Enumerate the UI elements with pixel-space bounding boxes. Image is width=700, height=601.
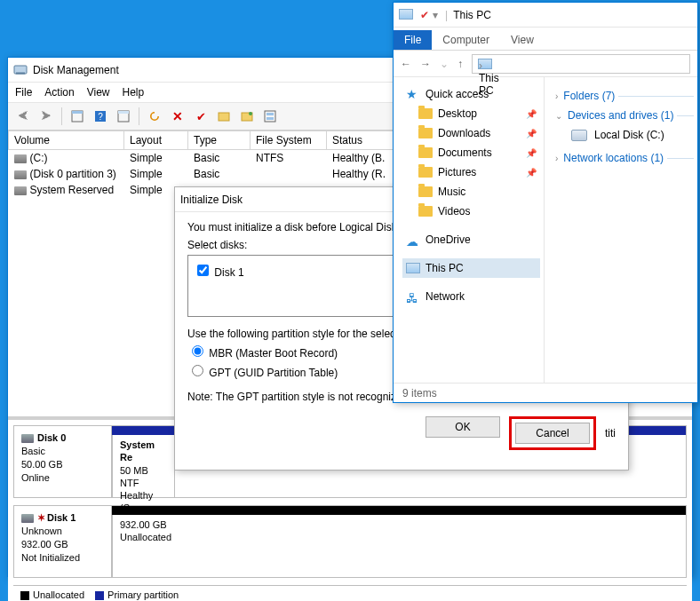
col-type[interactable]: Type: [188, 131, 251, 150]
address-bar: ← → ⌄ ↑ › This PC: [394, 51, 697, 77]
toolbar-delete-button[interactable]: ✕: [168, 107, 187, 126]
nav-back-icon[interactable]: ←: [401, 58, 411, 70]
nav-label: Videos: [438, 205, 470, 217]
nav-pictures[interactable]: Pictures📌: [402, 162, 540, 182]
cell: Simple: [124, 166, 188, 182]
legend-swatch-unallocated: [20, 591, 29, 600]
nav-label: Music: [438, 186, 465, 198]
menu-view[interactable]: View: [87, 86, 110, 99]
menu-action[interactable]: Action: [44, 86, 74, 99]
group-devices[interactable]: ⌄Devices and drives (1): [555, 109, 694, 122]
col-volume[interactable]: Volume: [9, 131, 124, 150]
qat-check-icon[interactable]: ✔: [420, 9, 429, 21]
toolbar-refresh-button[interactable]: [145, 107, 164, 126]
svg-rect-11: [265, 111, 275, 122]
nav-downloads[interactable]: Downloads📌: [402, 123, 540, 143]
toolbar-show-hide-button[interactable]: [68, 107, 87, 126]
volume-name: System Reserved: [30, 184, 115, 196]
mbr-radio[interactable]: [192, 345, 203, 357]
disk-size: 932.00 GB: [21, 538, 104, 551]
svg-rect-3: [72, 111, 83, 114]
drive-item[interactable]: Local Disk (C:): [555, 125, 694, 145]
disk-name: Disk 0: [37, 432, 66, 443]
drive-icon: [571, 130, 587, 141]
svg-rect-13: [266, 117, 274, 120]
cloud-icon: ☁: [406, 234, 420, 245]
group-label: Devices and drives (1): [568, 109, 673, 122]
chevron-right-icon: ›: [555, 154, 558, 163]
disk0-header: Disk 0 Basic 50.00 GB Online: [14, 426, 112, 497]
nav-label: This PC: [426, 262, 464, 274]
nav-label: Downloads: [438, 127, 490, 139]
toolbar-btn-9[interactable]: [260, 107, 280, 126]
disk-size: 50.00 GB: [21, 458, 104, 471]
nav-music[interactable]: Music: [402, 182, 540, 202]
cell: Basic: [188, 166, 251, 182]
group-label: Network locations (1): [563, 152, 664, 164]
nav-label: Desktop: [438, 107, 477, 120]
disk-type: Basic: [21, 445, 104, 458]
legend-label: Primary partition: [107, 589, 179, 600]
status-item-count: 9 items: [402, 387, 437, 399]
nav-documents[interactable]: Documents📌: [402, 143, 540, 162]
toolbar-btn-7[interactable]: [214, 107, 234, 126]
nav-onedrive[interactable]: ☁OneDrive: [402, 230, 540, 249]
disk-status: Online: [21, 471, 104, 485]
toolbar-help-button[interactable]: ?: [91, 107, 110, 126]
legend-swatch-primary: [95, 591, 104, 600]
menu-help[interactable]: Help: [123, 86, 145, 99]
address-path[interactable]: › This PC: [472, 54, 690, 74]
partition-size: 50 MB NTF: [120, 464, 167, 490]
col-layout[interactable]: Layout: [124, 131, 188, 150]
group-label: Folders (7): [563, 90, 615, 102]
partition[interactable]: System Re 50 MB NTF Healthy (Sy: [112, 426, 174, 497]
volume-icon: [14, 186, 27, 195]
nav-network[interactable]: 🖧Network: [402, 287, 540, 306]
status-bar: 9 items: [394, 383, 697, 402]
legend-label: Unallocated: [33, 589, 84, 600]
nav-label: Pictures: [438, 166, 476, 178]
folder-icon: [418, 206, 433, 217]
ribbon-tab-file[interactable]: File: [394, 30, 432, 50]
cancel-button[interactable]: Cancel: [515, 423, 590, 444]
group-network-locations[interactable]: ›Network locations (1): [555, 152, 694, 164]
nav-back-button[interactable]: ⮜: [13, 107, 33, 126]
group-folders[interactable]: ›Folders (7): [555, 90, 694, 102]
partition-unallocated[interactable]: 932.00 GB Unallocated: [112, 506, 686, 577]
nav-desktop[interactable]: Desktop📌: [402, 104, 540, 123]
nav-label: Quick access: [426, 88, 489, 100]
star-icon: ★: [406, 89, 420, 99]
gpt-radio[interactable]: [192, 365, 203, 376]
svg-point-10: [249, 112, 252, 115]
nav-recent-dropdown[interactable]: ⌄: [440, 58, 449, 70]
nav-quick-access[interactable]: ★ Quick access: [402, 84, 540, 104]
nav-videos[interactable]: Videos: [402, 202, 540, 221]
toolbar-check-button[interactable]: ✔: [191, 107, 211, 126]
ribbon-tab-view[interactable]: View: [500, 30, 545, 50]
nav-forward-button[interactable]: ⮞: [36, 107, 56, 126]
network-icon: 🖧: [406, 291, 420, 302]
path-pc-icon: › This PC: [478, 59, 492, 69]
cell: NTFS: [251, 150, 327, 167]
ok-button[interactable]: OK: [426, 416, 500, 438]
disk1-checkbox[interactable]: [197, 265, 209, 276]
ribbon-tab-computer[interactable]: Computer: [432, 30, 500, 50]
col-filesystem[interactable]: File System: [251, 131, 327, 150]
nav-this-pc[interactable]: This PC: [402, 258, 540, 278]
nav-label: Documents: [438, 146, 492, 159]
nav-forward-icon[interactable]: →: [420, 58, 431, 70]
menu-file[interactable]: File: [15, 86, 32, 99]
folder-icon: [418, 167, 433, 178]
folder-icon: [418, 186, 433, 197]
volume-icon: [14, 170, 27, 179]
disk1-partitions: 932.00 GB Unallocated: [112, 506, 686, 577]
cancel-highlight: Cancel: [509, 416, 596, 450]
volume-icon: [14, 154, 27, 163]
disk1-row[interactable]: ✶Disk 1 Unknown 932.00 GB Not Initialize…: [13, 505, 687, 578]
nav-up-icon[interactable]: ↑: [457, 58, 463, 70]
toolbar-btn-3[interactable]: [114, 107, 133, 126]
qat-dropdown-icon[interactable]: ▾: [433, 9, 438, 21]
toolbar-btn-8[interactable]: [237, 107, 257, 126]
chevron-right-icon: ›: [555, 91, 558, 101]
svg-rect-1: [16, 72, 25, 74]
